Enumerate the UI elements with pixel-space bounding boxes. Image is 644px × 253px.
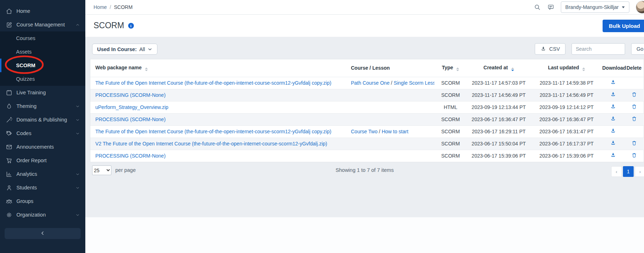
- sidebar-item-scorm[interactable]: SCORM: [0, 59, 85, 72]
- next-page-button[interactable]: ›: [635, 166, 644, 177]
- sidebar-item-students[interactable]: Students: [0, 181, 85, 194]
- course-lesson-cell: [349, 150, 434, 162]
- last-updated-cell: 2023-09-19 12:14:12 PT: [531, 101, 602, 113]
- course-lesson-cell: Path Course One / Single Scorm Lesson: [349, 77, 434, 89]
- sidebar-item-label: Courses: [16, 35, 35, 41]
- download-icon: [610, 116, 616, 123]
- sidebar-item-live-training[interactable]: Live Training: [0, 86, 85, 99]
- download-button[interactable]: [609, 152, 617, 160]
- sidebar-item-domains-publishing[interactable]: Domains & Publishing: [0, 113, 85, 126]
- download-button[interactable]: [609, 91, 617, 99]
- download-icon: [610, 152, 616, 159]
- sidebar-item-label: Domains & Publishing: [16, 117, 67, 123]
- download-button[interactable]: [609, 103, 617, 111]
- comment-icon[interactable]: [547, 4, 554, 11]
- delete-button[interactable]: [630, 103, 638, 111]
- sidebar-item-analytics[interactable]: Analytics: [0, 167, 85, 181]
- droplet-icon: [6, 103, 12, 110]
- person-icon: [6, 184, 12, 191]
- bulk-upload-button[interactable]: Bulk Upload: [603, 20, 644, 32]
- sidebar-item-label: Groups: [16, 198, 34, 204]
- used-in-course-filter[interactable]: Used In Course: All: [92, 44, 157, 55]
- sidebar-item-theming[interactable]: Theming: [0, 99, 85, 113]
- package-link[interactable]: PROCESSING (SCORM-None): [95, 116, 166, 122]
- breadcrumb-home-link[interactable]: Home: [94, 4, 107, 10]
- sidebar-item-groups[interactable]: Groups: [0, 194, 85, 208]
- sidebar-item-assets[interactable]: Assets: [0, 45, 85, 59]
- created-at-cell: 2023-11-17 14:56:49 PT: [467, 89, 531, 101]
- column-header-last-updated[interactable]: Last updated: [531, 59, 602, 77]
- delete-button[interactable]: [630, 91, 638, 99]
- type-cell: HTML: [434, 101, 467, 113]
- caret-down-icon: [75, 212, 80, 218]
- course-lesson-cell: Course Two / How to start: [349, 125, 434, 138]
- table-row: PROCESSING (SCORM-None)SCORM2023-06-17 1…: [90, 113, 644, 125]
- sort-icon[interactable]: [511, 68, 514, 71]
- sidebar-item-courses[interactable]: Courses: [0, 31, 85, 45]
- sidebar: HomeCourse ManagementCoursesAssetsSCORMQ…: [0, 0, 85, 253]
- download-icon: [540, 46, 546, 52]
- sidebar-item-codes[interactable]: Codes: [0, 126, 85, 140]
- sort-icon[interactable]: [456, 68, 459, 71]
- sidebar-item-order-report[interactable]: Order Report: [0, 154, 85, 167]
- type-cell: SCORM: [434, 89, 467, 101]
- package-link[interactable]: V2 The Future of the Open Internet Cours…: [95, 141, 327, 147]
- sidebar-collapse-button[interactable]: [5, 228, 81, 239]
- sidebar-item-label: Home: [16, 8, 30, 14]
- account-menu-button[interactable]: Brandy-Mangum-Skilljar: [561, 1, 629, 13]
- info-icon[interactable]: i: [128, 23, 134, 29]
- package-link[interactable]: PROCESSING (SCORM-None): [95, 153, 166, 159]
- search-input[interactable]: [572, 43, 625, 55]
- package-link[interactable]: PROCESSING (SCORM-None): [95, 92, 166, 98]
- course-lesson-cell: [349, 101, 434, 113]
- home-icon: [6, 8, 12, 15]
- delete-button[interactable]: [630, 139, 638, 148]
- go-button[interactable]: Go: [631, 43, 644, 55]
- sort-icon[interactable]: [582, 68, 585, 71]
- sidebar-item-course-management[interactable]: Course Management: [0, 18, 85, 31]
- course-link[interactable]: Course Two: [351, 129, 377, 134]
- package-link[interactable]: The Future of the Open Internet Course (…: [95, 80, 331, 86]
- trash-icon: [631, 152, 637, 159]
- lesson-link[interactable]: How to start: [382, 129, 408, 134]
- gear-icon: [6, 212, 12, 218]
- csv-export-button[interactable]: CSV: [535, 43, 565, 55]
- caret-down-icon: [75, 172, 80, 177]
- download-button[interactable]: [609, 115, 617, 124]
- search-icon[interactable]: [534, 4, 541, 11]
- sidebar-item-quizzes[interactable]: Quizzes: [0, 72, 85, 86]
- table-row: V2 The Future of the Open Internet Cours…: [90, 138, 644, 150]
- sort-icon[interactable]: [145, 68, 148, 71]
- table-row: uPerform_Strategy_Overview.zipHTML2023-0…: [90, 101, 644, 113]
- sidebar-item-announcements[interactable]: Announcements: [0, 140, 85, 154]
- download-button[interactable]: [609, 79, 617, 87]
- download-button[interactable]: [609, 139, 617, 148]
- column-header-web-package-name[interactable]: Web package name: [90, 59, 349, 77]
- type-cell: SCORM: [434, 77, 467, 89]
- app-root: HomeCourse ManagementCoursesAssetsSCORMQ…: [0, 0, 644, 253]
- wand-icon: [6, 116, 12, 123]
- calendar-icon: [6, 89, 12, 96]
- sidebar-item-home[interactable]: Home: [0, 4, 85, 18]
- avatar[interactable]: [636, 1, 644, 14]
- download-icon: [610, 128, 616, 135]
- course-link[interactable]: Path Course One: [351, 80, 389, 86]
- column-label: Delete: [627, 65, 642, 71]
- download-button[interactable]: [609, 127, 617, 136]
- column-header-created-at[interactable]: Created at: [467, 59, 531, 77]
- lesson-link[interactable]: Single Scorm Lesson: [394, 80, 434, 86]
- column-header-download: Download: [602, 59, 624, 77]
- main-area: Home / SCORM Brandy-Mangum-Skilljar SCOR…: [85, 0, 644, 253]
- package-link[interactable]: uPerform_Strategy_Overview.zip: [95, 104, 168, 110]
- created-at-cell: 2023-06-17 16:29:11 PT: [467, 125, 531, 138]
- delete-button[interactable]: [630, 115, 638, 124]
- package-link[interactable]: The Future of the Open Internet Course (…: [95, 129, 331, 134]
- sidebar-item-organization[interactable]: Organization: [0, 208, 85, 222]
- created-at-cell: 2023-06-17 16:36:47 PT: [467, 113, 531, 125]
- column-header-type[interactable]: Type: [434, 59, 467, 77]
- delete-button[interactable]: [630, 152, 638, 160]
- prev-page-button[interactable]: ‹: [611, 166, 622, 177]
- page-1-button[interactable]: 1: [623, 166, 634, 177]
- showing-count: Showing 1 to 7 of 7 items: [85, 167, 644, 173]
- scorm-table: Web package nameCourse / LessonTypeCreat…: [90, 59, 644, 162]
